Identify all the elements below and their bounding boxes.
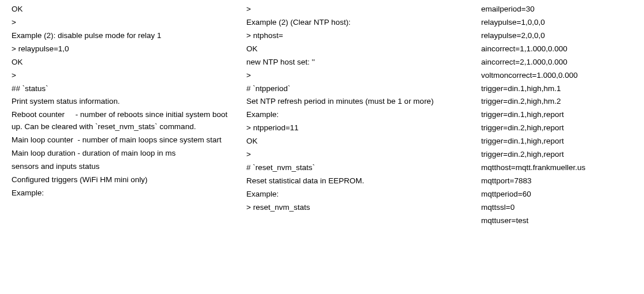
doc-line: Print system status information. bbox=[12, 96, 230, 108]
doc-line: trigger=din.2,high,report bbox=[481, 149, 625, 161]
doc-line: Main loop duration - duration of main lo… bbox=[12, 148, 230, 160]
doc-line: OK bbox=[12, 56, 230, 69]
doc-line: trigger=din.2,high,report bbox=[481, 122, 625, 134]
doc-line: OK bbox=[246, 43, 465, 55]
doc-line: aincorrect=2,1.000,0.000 bbox=[481, 56, 625, 69]
doc-line: aincorrect=1,1.000,0.000 bbox=[481, 43, 625, 55]
document-columns: OK > Example (2): disable pulse mode for… bbox=[12, 2, 633, 228]
doc-line: mqttperiod=60 bbox=[481, 189, 625, 201]
doc-line: Example (2): disable pulse mode for rela… bbox=[12, 30, 230, 42]
doc-line: # `ntpperiod` bbox=[246, 83, 465, 95]
doc-line: new NTP host set: '' bbox=[246, 56, 465, 69]
doc-line: > bbox=[246, 70, 465, 82]
doc-line: Set NTP refresh period in minutes (must … bbox=[246, 96, 465, 108]
doc-line: trigger=din.1,high,hm.1 bbox=[481, 83, 625, 95]
doc-line: mqttssl=0 bbox=[481, 202, 625, 214]
doc-line: trigger=din.1,high,report bbox=[481, 109, 625, 121]
doc-line: relaypulse=2,0,0,0 bbox=[481, 30, 625, 42]
column-1: OK > Example (2): disable pulse mode for… bbox=[12, 2, 230, 228]
doc-line: > bbox=[12, 17, 230, 29]
doc-line: sensors and inputs status bbox=[12, 161, 230, 173]
doc-line: # `reset_nvm_stats` bbox=[246, 162, 465, 174]
doc-line: Reboot counter - number of reboots since… bbox=[12, 109, 230, 133]
column-3: emailperiod=30 relaypulse=1,0,0,0 relayp… bbox=[481, 2, 625, 228]
doc-line: OK bbox=[246, 135, 465, 148]
doc-line: mqttuser=test bbox=[481, 215, 625, 227]
doc-line: Example: bbox=[12, 187, 230, 199]
doc-line: Example: bbox=[246, 189, 465, 201]
doc-line: Configured triggers (WiFi HM mini only) bbox=[12, 174, 230, 186]
doc-line: Reset statistical data in EEPROM. bbox=[246, 175, 465, 187]
doc-line: > bbox=[246, 3, 465, 16]
doc-line: > reset_nvm_stats bbox=[246, 202, 465, 214]
doc-line: trigger=din.2,high,hm.2 bbox=[481, 96, 625, 108]
doc-line: voltmoncorrect=1.000,0.000 bbox=[481, 70, 625, 82]
doc-line: Example (2) (Clear NTP host): bbox=[246, 17, 465, 29]
doc-line: > ntpperiod=11 bbox=[246, 122, 465, 134]
doc-line: > bbox=[246, 149, 465, 161]
doc-line: > relaypulse=1,0 bbox=[12, 43, 230, 55]
column-2: > Example (2) (Clear NTP host): > ntphos… bbox=[246, 2, 465, 228]
doc-line: mqtthost=mqtt.frankmueller.us bbox=[481, 162, 625, 174]
doc-line: relaypulse=1,0,0,0 bbox=[481, 17, 625, 29]
doc-line: > bbox=[12, 70, 230, 82]
doc-line: trigger=din.1,high,report bbox=[481, 135, 625, 148]
doc-line: > ntphost= bbox=[246, 30, 465, 42]
doc-line: Main loop counter - number of main loops… bbox=[12, 134, 230, 146]
doc-line: Example: bbox=[246, 109, 465, 121]
doc-line: ## `status` bbox=[12, 83, 230, 95]
doc-line: emailperiod=30 bbox=[481, 3, 625, 16]
doc-line: mqttport=7883 bbox=[481, 175, 625, 187]
doc-line: OK bbox=[12, 3, 230, 16]
